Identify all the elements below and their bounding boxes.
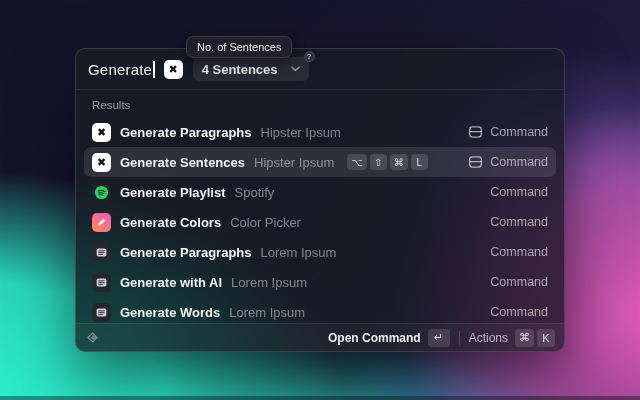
text-caret: [153, 61, 155, 78]
actions-keys: ⌘ K: [515, 329, 555, 347]
result-title: Generate Paragraphs: [120, 125, 252, 140]
result-title: Generate Playlist: [120, 185, 226, 200]
result-subtitle: Color Picker: [230, 215, 301, 230]
result-subtitle: Hipster Ipsum: [254, 155, 334, 170]
result-row[interactable]: ✖ Generate Paragraphs Hipster Ipsum Comm…: [84, 117, 556, 147]
result-title: Generate Sentences: [120, 155, 245, 170]
x-extension-icon: ✖: [92, 153, 111, 172]
sentences-dropdown[interactable]: 4 Sentences ?: [193, 57, 309, 81]
result-accessory-label: Command: [490, 155, 548, 169]
result-accessory-label: Command: [490, 185, 548, 199]
tooltip-text: No. of Sentences: [197, 41, 281, 53]
result-icon: ✖: [92, 123, 111, 142]
result-title: Generate with AI: [120, 275, 222, 290]
open-command-button[interactable]: Open Command ↵: [328, 329, 450, 347]
x-extension-icon: ✖: [92, 123, 111, 142]
result-icon: [92, 273, 111, 292]
result-icon: [92, 303, 111, 322]
footer-actions: Open Command ↵ Actions ⌘ K: [328, 329, 555, 347]
raycast-logo-icon: [85, 330, 100, 345]
shortcut-key-badge: L: [411, 154, 428, 170]
command-panel-icon: [468, 125, 483, 139]
result-row[interactable]: ✖ Generate Sentences Hipster Ipsum ⌥⇧⌘L …: [84, 147, 556, 177]
result-title: Generate Paragraphs: [120, 245, 252, 260]
result-row[interactable]: Generate Colors Color Picker Command: [84, 207, 556, 237]
actions-label: Actions: [469, 331, 508, 345]
result-row[interactable]: Generate Playlist Spotify Command: [84, 177, 556, 207]
shortcut-key-badge: ⇧: [370, 154, 387, 170]
results-list: ✖ Generate Paragraphs Hipster Ipsum Comm…: [84, 117, 556, 323]
result-accessory-label: Command: [490, 305, 548, 319]
dropdown-tooltip: No. of Sentences: [186, 36, 292, 58]
result-row[interactable]: Generate with AI Lorem Ipsum Command: [84, 267, 556, 297]
lorem-ipsum-document-icon: [92, 273, 111, 292]
result-accessory-label: Command: [490, 275, 548, 289]
x-extension-icon: ✖: [164, 60, 183, 79]
result-accessory-label: Command: [490, 245, 548, 259]
result-row[interactable]: Generate Words Lorem Ipsum Command: [84, 297, 556, 323]
lorem-ipsum-document-icon: [92, 243, 111, 262]
search-input[interactable]: Generate: [88, 61, 152, 78]
results-section: Results ✖ Generate Paragraphs Hipster Ip…: [76, 90, 564, 323]
result-title: Generate Words: [120, 305, 220, 320]
shortcut-key-badge: ⌥: [347, 154, 367, 170]
result-accessory: Command: [468, 125, 548, 139]
chevron-down-icon: [291, 66, 300, 72]
result-icon: [92, 243, 111, 262]
result-subtitle: Lorem Ipsum: [231, 275, 307, 290]
help-badge[interactable]: ?: [304, 51, 315, 62]
result-icon: ✖: [92, 153, 111, 172]
result-accessory: Command: [490, 215, 548, 229]
k-key-badge: K: [537, 329, 555, 347]
result-icon: [92, 213, 111, 232]
screen-bottom-edge: [0, 396, 640, 400]
result-accessory: Command: [490, 245, 548, 259]
result-shortcuts: ⌥⇧⌘L: [347, 154, 428, 170]
footer-separator: [459, 331, 460, 345]
result-accessory: Command: [468, 155, 548, 169]
result-accessory-label: Command: [490, 125, 548, 139]
result-subtitle: Spotify: [235, 185, 275, 200]
result-subtitle: Hipster Ipsum: [261, 125, 341, 140]
lorem-ipsum-document-icon: [92, 303, 111, 322]
color-picker-pen-icon: [92, 213, 111, 232]
search-extension-icon: ✖: [164, 60, 183, 79]
dropdown-value: 4 Sentences: [202, 62, 278, 77]
spotify-icon: [92, 183, 111, 202]
results-section-label: Results: [84, 90, 556, 117]
command-panel-icon: [468, 155, 483, 169]
result-subtitle: Lorem Ipsum: [229, 305, 305, 320]
result-accessory: Command: [490, 185, 548, 199]
result-icon: [92, 183, 111, 202]
result-accessory: Command: [490, 305, 548, 319]
enter-key-badge: ↵: [428, 329, 450, 347]
actions-button[interactable]: Actions ⌘ K: [469, 329, 555, 347]
shortcut-key-badge: ⌘: [390, 154, 408, 170]
open-command-label: Open Command: [328, 331, 421, 345]
footer-bar: Open Command ↵ Actions ⌘ K: [76, 323, 564, 351]
search-bar: Generate ✖ 4 Sentences ?: [76, 49, 564, 89]
result-accessory-label: Command: [490, 215, 548, 229]
result-accessory: Command: [490, 275, 548, 289]
result-subtitle: Lorem Ipsum: [261, 245, 337, 260]
cmd-key-badge: ⌘: [515, 329, 534, 347]
result-title: Generate Colors: [120, 215, 221, 230]
result-row[interactable]: Generate Paragraphs Lorem Ipsum Command: [84, 237, 556, 267]
raycast-window: Generate ✖ 4 Sentences ? Results ✖ Gener…: [75, 48, 565, 352]
